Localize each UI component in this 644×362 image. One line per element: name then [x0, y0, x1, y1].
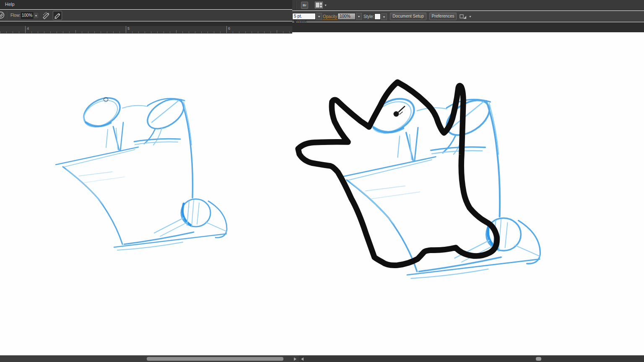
left-canvas-artwork [0, 34, 292, 355]
style-swatch[interactable] [374, 13, 381, 20]
screenshot-root: Help Flow: 100% ▼ 4 5 6 [0, 0, 644, 362]
tablet-pressure-icon [53, 11, 62, 20]
left-menu-bar: Help [0, 0, 292, 9]
right-control-bar: 5 pt. Round ▼ Opacity: 100% ▼ Style: ▼ D… [292, 11, 644, 22]
right-scrollbar-thumb[interactable] [536, 357, 541, 361]
brush-cursor-circle [104, 97, 108, 102]
flow-value-field[interactable]: 100% [21, 12, 33, 19]
left-canvas[interactable] [0, 34, 292, 355]
style-dropdown-arrow[interactable]: ▼ [381, 13, 387, 20]
ruler-label-6: 6 [228, 26, 230, 31]
left-horizontal-scrollbar[interactable] [0, 355, 299, 362]
right-scrollbar-left-arrow[interactable] [301, 357, 304, 361]
left-toolbar-gap [0, 21, 292, 26]
right-horizontal-scrollbar[interactable] [299, 355, 644, 362]
ink-brush-cursor [394, 106, 405, 117]
opacity-link[interactable]: Opacity: [323, 14, 338, 20]
document-setup-button[interactable]: Document Setup [390, 13, 426, 20]
right-canvas-artwork [292, 32, 644, 355]
ruler-label-4: 4 [27, 26, 29, 31]
select-similar-icon[interactable] [460, 14, 467, 20]
menu-item-help[interactable]: Help [5, 2, 15, 7]
style-label: Style: [364, 14, 374, 19]
select-similar-dropdown-arrow[interactable]: ▼ [469, 15, 472, 18]
opacity-dropdown-arrow[interactable]: ▼ [356, 13, 362, 20]
ruler-major-ticks [25, 26, 292, 33]
arrange-documents-icon[interactable] [315, 2, 323, 8]
left-options-bar: Flow: 100% ▼ [0, 10, 292, 21]
horizontal-ruler: 4 5 6 [0, 26, 292, 34]
right-canvas[interactable] [292, 32, 644, 355]
flow-label: Flow: [10, 13, 21, 18]
opacity-value-field[interactable]: 100% [338, 13, 356, 20]
bridge-button[interactable]: Br [301, 2, 308, 9]
arrange-documents-dropdown-arrow[interactable]: ▼ [324, 4, 327, 7]
ink-outline [298, 82, 497, 265]
airbrush-tool-icon[interactable] [0, 10, 5, 20]
separator [7, 11, 8, 19]
right-subbar-strip [292, 22, 644, 32]
separator [296, 1, 296, 10]
preferences-button[interactable]: Preferences [429, 13, 457, 20]
left-scrollbar-right-arrow[interactable] [294, 357, 296, 361]
ruler-label-5: 5 [127, 26, 130, 31]
brush-preset-field[interactable]: 5 pt. Round [292, 13, 316, 20]
right-top-bar: Br ▼ [292, 0, 644, 10]
flow-dropdown-arrow[interactable]: ▼ [33, 12, 39, 19]
airbrush-icon[interactable] [42, 11, 50, 20]
left-scrollbar-thumb[interactable] [147, 357, 283, 361]
tablet-pressure-toggle[interactable] [53, 11, 62, 20]
brush-preset-dropdown-arrow[interactable]: ▼ [316, 13, 322, 20]
